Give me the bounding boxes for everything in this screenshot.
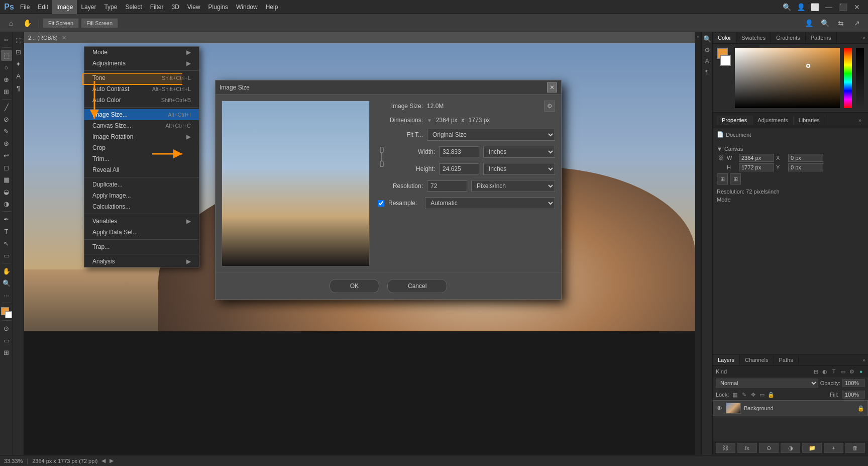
zoom-tool[interactable]: 🔍 (1, 277, 12, 289)
tab-properties[interactable]: Properties (717, 116, 752, 125)
menu-item-variables[interactable]: Variables ▶ (84, 216, 199, 227)
expand-icon[interactable]: ⬜ (810, 2, 820, 12)
menu-view[interactable]: View (183, 0, 204, 14)
menu-item-tone[interactable]: Tone Shift+Ctrl+L (84, 72, 199, 83)
clone-stamp-tool[interactable]: ⊛ (1, 138, 12, 149)
color-background-swatch[interactable] (720, 55, 731, 66)
menu-item-auto-contrast[interactable]: Auto Contrast Alt+Shift+Ctrl+L (84, 83, 199, 95)
marquee-icon[interactable]: ⊡ (13, 46, 24, 57)
menu-window[interactable]: Window (232, 0, 262, 14)
tab-color[interactable]: Color (713, 33, 736, 43)
status-nav-left[interactable]: ◀ (101, 457, 105, 464)
lock-artboard-icon[interactable]: ▭ (758, 391, 766, 399)
crop-tool[interactable]: ⊕ (1, 74, 12, 85)
layer-item-background[interactable]: 👁 Background 🔒 (713, 400, 868, 416)
spot-heal-tool[interactable]: ⊘ (1, 114, 12, 125)
dialog-width-unit-select[interactable]: Inches (483, 146, 555, 158)
menu-item-auto-color[interactable]: Auto Color Shift+Ctrl+B (84, 95, 199, 106)
menu-item-reveal-all[interactable]: Reveal All (84, 164, 199, 175)
menu-layer[interactable]: Layer (77, 0, 100, 14)
paragraph-icon[interactable]: ¶ (13, 82, 24, 94)
layers-delete-btn[interactable]: 🗑 (845, 443, 865, 453)
tab-adjustments[interactable]: Adjustments (752, 116, 794, 125)
color-swatches[interactable] (1, 307, 12, 318)
menu-image[interactable]: Image (52, 0, 77, 14)
dodge-tool[interactable]: ◑ (1, 198, 12, 209)
minimize-icon[interactable]: — (824, 2, 834, 12)
menu-3d[interactable]: 3D (167, 0, 183, 14)
color-panel-collapse[interactable]: » (860, 32, 868, 43)
tab-swatches[interactable]: Swatches (736, 33, 771, 43)
props-panel-collapse[interactable]: » (856, 115, 864, 126)
dialog-resolution-input[interactable] (427, 180, 467, 192)
menu-item-calculations[interactable]: Calculations... (84, 201, 199, 212)
layers-fx-btn[interactable]: fx (737, 443, 757, 453)
menu-item-canvas-size[interactable]: Canvas Size... Alt+Ctrl+C (84, 120, 199, 131)
color-gradient-picker[interactable] (735, 48, 840, 108)
tab-libraries[interactable]: Libraries (794, 116, 825, 125)
eyedropper-tool[interactable]: ╱ (1, 102, 12, 113)
layer-visibility-toggle[interactable]: 👁 (716, 405, 723, 412)
menu-item-apply-data-set[interactable]: Apply Data Set... (84, 227, 199, 238)
canvas-tab-close[interactable]: ✕ (62, 35, 66, 41)
layers-adj-btn[interactable]: ◑ (781, 443, 800, 453)
text-icon[interactable]: A (13, 70, 24, 81)
layer-filter-smart-icon[interactable]: ⚙ (848, 367, 856, 376)
tab-channels[interactable]: Channels (740, 355, 774, 365)
dialog-ok-btn[interactable]: OK (330, 279, 379, 293)
layer-filter-px-icon[interactable]: ⊞ (812, 367, 820, 376)
layer-filter-type-icon[interactable]: T (830, 367, 838, 376)
layers-folder-btn[interactable]: 📁 (802, 443, 822, 453)
lock-pixels-icon[interactable]: ▦ (731, 391, 739, 399)
brush-tool[interactable]: ✎ (1, 126, 12, 137)
hand-tool-btn[interactable]: ✋ (20, 16, 34, 30)
dots-tool[interactable]: ··· (1, 290, 12, 301)
lock-all-icon[interactable]: 🔒 (767, 391, 775, 399)
fill-screen-btn[interactable]: Fill Screen (81, 18, 118, 28)
lock-position-icon[interactable]: ✎ (740, 391, 748, 399)
menu-help[interactable]: Help (262, 0, 282, 14)
props-w-input[interactable] (739, 154, 774, 162)
search-toolbar-icon[interactable]: 🔍 (818, 16, 832, 30)
props-anchor-tl[interactable]: ⊞ (717, 173, 728, 184)
measure-tool[interactable]: ⊞ (1, 86, 12, 97)
dialog-dimensions-arrow[interactable]: ▼ (427, 118, 432, 123)
quick-mask-btn[interactable]: ⊙ (1, 323, 12, 334)
maximize-icon[interactable]: ⬛ (838, 2, 848, 12)
color-alpha-slider[interactable] (856, 48, 864, 108)
right-paragraph-icon[interactable]: ¶ (703, 67, 712, 76)
layers-link-btn[interactable]: ⛓ (716, 443, 735, 453)
type-tool[interactable]: T (1, 226, 12, 237)
fit-screen-btn[interactable]: Fit Screen (43, 18, 79, 28)
tab-layers[interactable]: Layers (713, 355, 740, 365)
shape-tool[interactable]: ▭ (1, 250, 12, 261)
artboard-btn[interactable]: ⊞ (1, 347, 12, 358)
hand-tool[interactable]: ✋ (1, 265, 12, 276)
props-anchor-tr[interactable]: ⊞ (730, 173, 741, 184)
gradient-tool[interactable]: ▦ (1, 174, 12, 185)
menu-item-mode[interactable]: Mode ▶ (84, 47, 199, 58)
pen-tool[interactable]: ✒ (1, 214, 12, 225)
status-nav-right[interactable]: ▶ (110, 457, 114, 464)
lock-move-icon[interactable]: ✥ (749, 391, 757, 399)
dialog-cancel-btn[interactable]: Cancel (387, 279, 447, 293)
color-hue-slider[interactable] (844, 48, 852, 108)
menu-item-trap[interactable]: Trap... (84, 241, 199, 252)
menu-item-duplicate[interactable]: Duplicate... (84, 179, 199, 190)
dialog-close-btn[interactable]: ✕ (547, 82, 557, 92)
dialog-resample-select[interactable]: Automatic (425, 197, 555, 209)
menu-item-apply-image[interactable]: Apply Image... (84, 190, 199, 201)
search-icon[interactable]: 🔍 (782, 2, 792, 12)
right-type-icon[interactable]: A (703, 56, 712, 65)
menu-item-image-size[interactable]: Image Size... Alt+Ctrl+I (84, 109, 199, 120)
props-x-input[interactable] (788, 154, 823, 162)
dialog-resolution-unit-select[interactable]: Pixels/Inch (471, 180, 555, 192)
menu-file[interactable]: File (16, 0, 34, 14)
layers-mask-btn[interactable]: ⊙ (759, 443, 779, 453)
layer-lock-icon[interactable]: 🔒 (857, 405, 864, 412)
arrange-icon[interactable]: ⬚ (13, 34, 24, 45)
layers-opacity-input[interactable] (842, 379, 865, 387)
props-h-input[interactable] (739, 163, 774, 171)
dialog-resample-checkbox[interactable] (378, 200, 384, 207)
layers-blend-mode-select[interactable]: Normal (716, 379, 818, 388)
